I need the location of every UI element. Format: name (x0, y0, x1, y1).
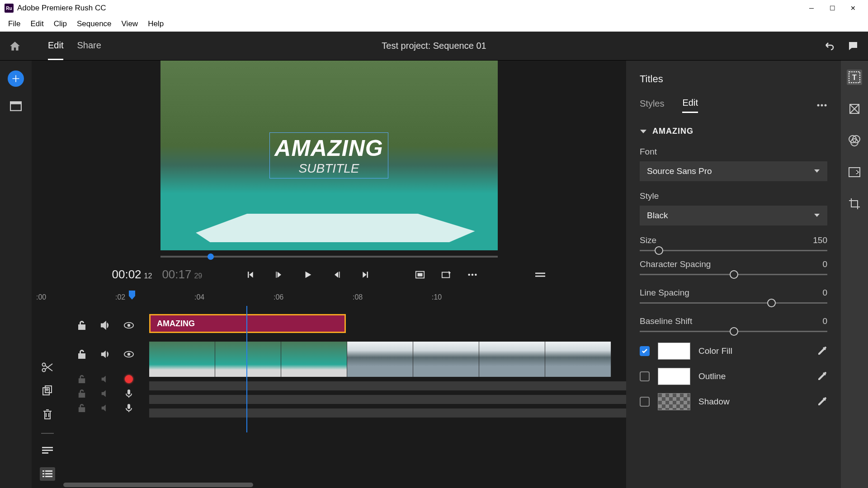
home-icon[interactable] (9, 40, 21, 52)
title-clip[interactable]: AMAZING (149, 314, 346, 333)
shadow-checkbox[interactable] (640, 397, 650, 407)
transform-tool-icon[interactable] (847, 101, 862, 117)
menu-edit[interactable]: Edit (26, 17, 48, 31)
record-button[interactable] (124, 374, 134, 384)
timeline-ruler[interactable]: :00 :02 :04 :06 :08 :10 (32, 290, 626, 306)
lock-icon[interactable] (77, 374, 87, 384)
style-value: Black (647, 211, 668, 221)
tab-edit[interactable]: Edit (48, 32, 63, 60)
tab-styles[interactable]: Styles (640, 99, 664, 113)
maximize-button[interactable]: ☐ (822, 1, 843, 15)
tab-share[interactable]: Share (77, 32, 101, 60)
preview-subtitle-text: SUBTITLE (274, 161, 383, 176)
line-spacing-slider[interactable] (640, 302, 827, 304)
ruler-tick: :04 (194, 293, 204, 301)
video-preview[interactable]: AMAZING SUBTITLE (160, 61, 498, 250)
lock-icon[interactable] (77, 403, 87, 413)
step-forward-icon[interactable] (331, 269, 343, 281)
scrubber-handle[interactable] (208, 253, 214, 260)
mute-icon[interactable] (100, 389, 110, 399)
track-area[interactable]: AMAZING (149, 306, 626, 432)
ruler-tick: :00 (36, 293, 46, 301)
preview-scrubber[interactable] (160, 256, 498, 258)
lock-icon[interactable] (77, 349, 87, 359)
style-select[interactable]: Black (640, 206, 827, 225)
visibility-icon[interactable] (124, 320, 134, 330)
menu-file[interactable]: File (4, 17, 25, 31)
expand-tracks-icon[interactable] (42, 446, 53, 455)
section-header[interactable]: AMAZING (640, 127, 827, 136)
color-fill-swatch[interactable] (658, 343, 690, 360)
crop-tool-icon[interactable] (847, 196, 862, 211)
char-spacing-slider[interactable] (640, 274, 827, 275)
timeline-options-icon[interactable] (534, 269, 546, 281)
svg-rect-28 (45, 476, 52, 477)
svg-rect-23 (42, 470, 44, 472)
tab-edit-titles[interactable]: Edit (682, 98, 698, 113)
close-button[interactable]: ✕ (843, 1, 863, 15)
project-panel-icon[interactable] (9, 99, 23, 113)
lock-icon[interactable] (77, 389, 87, 399)
playhead-line[interactable] (246, 306, 247, 432)
menu-clip[interactable]: Clip (49, 17, 71, 31)
audio-track-2[interactable] (149, 395, 626, 404)
mute-icon[interactable] (100, 374, 110, 384)
shadow-swatch[interactable] (658, 393, 690, 410)
svg-rect-20 (42, 447, 53, 448)
lock-icon[interactable] (77, 320, 87, 330)
mute-icon[interactable] (100, 349, 110, 359)
fullscreen-icon[interactable] (414, 269, 426, 281)
duration-time: 00:17 (162, 267, 191, 282)
audio-tool-icon[interactable] (847, 164, 862, 180)
comment-icon[interactable] (847, 41, 859, 52)
size-slider[interactable] (640, 250, 827, 251)
track-layout-icon[interactable] (40, 467, 55, 481)
mute-icon[interactable] (100, 320, 110, 330)
playhead-marker[interactable] (129, 291, 135, 300)
delete-icon[interactable] (42, 408, 52, 420)
svg-point-7 (475, 273, 477, 276)
svg-rect-27 (42, 476, 44, 477)
current-time: 00:02 (112, 267, 142, 282)
line-spacing-value: 0 (822, 288, 827, 298)
menu-help[interactable]: Help (143, 17, 168, 31)
panel-more-icon[interactable] (816, 103, 827, 107)
mic-icon[interactable] (124, 403, 134, 413)
right-tool-strip: T (841, 61, 868, 488)
go-to-start-icon[interactable] (244, 269, 256, 281)
title-text-box[interactable]: AMAZING SUBTITLE (270, 133, 387, 178)
center-area: AMAZING SUBTITLE 00:02 12 00:17 29 (32, 61, 626, 488)
eyedropper-icon[interactable] (817, 371, 827, 381)
menu-sequence[interactable]: Sequence (72, 17, 116, 31)
audio-track-1[interactable] (149, 381, 626, 390)
menu-view[interactable]: View (117, 17, 143, 31)
timeline-scrollbar[interactable] (63, 482, 626, 488)
outline-checkbox[interactable] (640, 371, 650, 381)
loop-icon[interactable] (440, 269, 452, 281)
play-icon[interactable] (302, 269, 314, 281)
video-clip[interactable] (149, 342, 610, 377)
mute-icon[interactable] (100, 403, 110, 413)
baseline-slider[interactable] (640, 331, 827, 332)
ruler-tick: :08 (353, 293, 363, 301)
eyedropper-icon[interactable] (817, 397, 827, 407)
more-options-icon[interactable] (467, 269, 478, 281)
visibility-icon[interactable] (124, 349, 134, 359)
color-tool-icon[interactable] (847, 133, 862, 148)
audio-track-3[interactable] (149, 408, 626, 418)
add-button[interactable] (8, 70, 24, 87)
step-back-icon[interactable] (273, 269, 285, 281)
mic-icon[interactable] (124, 389, 134, 399)
font-select[interactable]: Source Sans Pro (640, 161, 827, 181)
eyedropper-icon[interactable] (817, 346, 827, 356)
go-to-end-icon[interactable] (360, 269, 372, 281)
titles-tool-icon[interactable]: T (847, 70, 862, 85)
minimize-button[interactable]: ─ (801, 1, 822, 15)
scissors-icon[interactable] (42, 362, 53, 372)
undo-icon[interactable] (823, 41, 836, 52)
duplicate-icon[interactable] (42, 385, 53, 396)
color-fill-checkbox[interactable] (640, 346, 650, 356)
left-toolbar (0, 61, 32, 488)
svg-point-5 (468, 273, 470, 276)
outline-swatch[interactable] (658, 368, 690, 385)
